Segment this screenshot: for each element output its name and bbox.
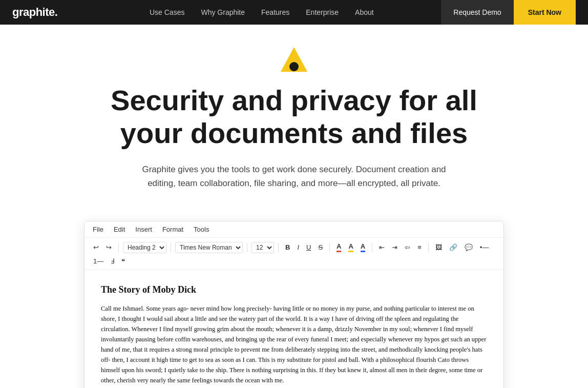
redo-button[interactable]: ↪ bbox=[103, 242, 114, 253]
font-select[interactable]: Times New Roman bbox=[175, 242, 243, 253]
nav-why-graphite[interactable]: Why Graphite bbox=[201, 8, 245, 16]
menu-tools[interactable]: Tools bbox=[194, 226, 209, 233]
menu-insert[interactable]: Insert bbox=[135, 226, 152, 233]
divider-6 bbox=[372, 243, 372, 252]
heading-select[interactable]: Heading 2 bbox=[123, 242, 166, 253]
italic-button[interactable]: I bbox=[295, 242, 302, 253]
undo-button[interactable]: ↩ bbox=[91, 242, 101, 253]
svg-point-1 bbox=[289, 62, 299, 71]
comment-button[interactable]: 💬 bbox=[462, 242, 475, 253]
align-justify-button[interactable]: ≡ bbox=[415, 242, 424, 253]
divider-2 bbox=[171, 243, 171, 252]
align-left-button[interactable]: ⇤ bbox=[376, 242, 387, 253]
document-title: The Story of Moby Dick bbox=[101, 282, 487, 297]
logo[interactable]: graphite. bbox=[12, 6, 57, 19]
strikethrough-button[interactable]: S bbox=[316, 242, 325, 253]
nav-features[interactable]: Features bbox=[261, 8, 289, 16]
link-underline-button[interactable]: A bbox=[358, 241, 368, 254]
font-color-button[interactable]: A bbox=[334, 241, 344, 254]
divider-5 bbox=[329, 243, 330, 252]
nav-enterprise[interactable]: Enterprise bbox=[306, 8, 339, 16]
hero-icon bbox=[279, 45, 309, 76]
divider-3 bbox=[247, 243, 247, 252]
menu-format[interactable]: Format bbox=[162, 226, 183, 233]
hero-subtitle: Graphite gives you the tools to get work… bbox=[135, 162, 453, 190]
hero-section: Security and privacy for all your docume… bbox=[0, 25, 588, 221]
menu-edit[interactable]: Edit bbox=[114, 226, 125, 233]
align-right-button[interactable]: ⇦ bbox=[402, 242, 413, 253]
quote-button[interactable]: ❝ bbox=[119, 256, 128, 267]
triangle-icon bbox=[279, 45, 309, 76]
divider-1 bbox=[118, 243, 119, 252]
editor-menubar: File Edit Insert Format Tools bbox=[85, 221, 503, 238]
nav-links: Use Cases Why Graphite Features Enterpri… bbox=[82, 8, 441, 16]
editor-section: File Edit Insert Format Tools ↩ ↪ Headin… bbox=[0, 221, 588, 388]
highlight-icon: A bbox=[348, 242, 353, 252]
divider-7 bbox=[428, 243, 429, 252]
hero-title: Security and privacy for all your docume… bbox=[84, 84, 504, 150]
underline-button[interactable]: U bbox=[304, 242, 313, 253]
nav-about[interactable]: About bbox=[355, 8, 374, 16]
navbar: graphite. Use Cases Why Graphite Feature… bbox=[0, 0, 588, 25]
highlight-button[interactable]: A bbox=[346, 241, 355, 254]
align-center-button[interactable]: ⇥ bbox=[389, 242, 400, 253]
bold-button[interactable]: B bbox=[283, 242, 292, 253]
image-button[interactable]: 🖼 bbox=[433, 242, 445, 253]
editor-window: File Edit Insert Format Tools ↩ ↪ Headin… bbox=[84, 221, 504, 388]
nav-use-cases[interactable]: Use Cases bbox=[150, 8, 184, 16]
bullet-list-button[interactable]: •— bbox=[477, 242, 492, 253]
strikethrough2-button[interactable]: Ⅎ bbox=[108, 256, 117, 267]
request-demo-button[interactable]: Request Demo bbox=[441, 0, 513, 25]
size-select[interactable]: 12 bbox=[251, 242, 274, 253]
numbered-list-button[interactable]: 1— bbox=[91, 256, 106, 267]
start-now-button[interactable]: Start Now bbox=[514, 0, 576, 25]
editor-body[interactable]: The Story of Moby Dick Call me Ishmael. … bbox=[85, 270, 503, 388]
menu-file[interactable]: File bbox=[93, 226, 103, 233]
divider-4 bbox=[278, 243, 279, 252]
link-button[interactable]: 🔗 bbox=[447, 242, 460, 253]
editor-toolbar: ↩ ↪ Heading 2 Times New Roman 12 B I U S… bbox=[85, 238, 503, 270]
font-color-icon: A bbox=[337, 242, 341, 252]
nav-actions: Request Demo Start Now bbox=[441, 0, 576, 25]
paragraph-1: Call me Ishmael. Some years ago- never m… bbox=[101, 303, 487, 385]
link-underline-icon: A bbox=[361, 242, 365, 252]
